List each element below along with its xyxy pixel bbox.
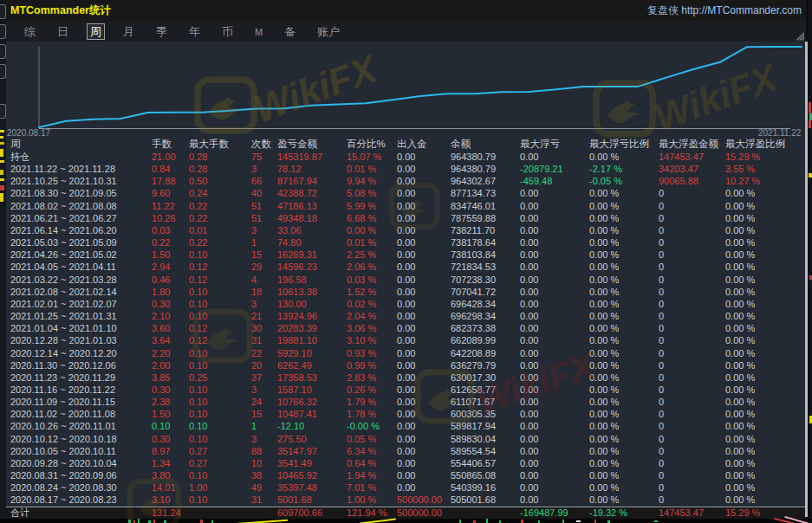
- table-cell: 0.00 %: [589, 334, 659, 346]
- vertical-scrollbar[interactable]: [805, 42, 808, 517]
- menu-item-年[interactable]: 年: [185, 23, 204, 40]
- table-cell: 10613.38: [277, 286, 347, 298]
- table-row[interactable]: 2021.04.05 ~ 2021.04.112.940.122914596.2…: [6, 261, 806, 273]
- table-cell: 0.00: [397, 163, 451, 175]
- table-cell: 3.55 %: [725, 163, 806, 175]
- table-cell: 3541.49: [277, 457, 347, 469]
- table-cell: 2020.11.23 ~ 2020.11.29: [10, 371, 152, 384]
- table-cell: 0.00 %: [725, 224, 806, 236]
- menu-item-季[interactable]: 季: [153, 23, 171, 40]
- table-row[interactable]: 2021.05.03 ~ 2021.05.090.220.22174.800.0…: [6, 236, 806, 249]
- table-row[interactable]: 2020.11.16 ~ 2020.11.220.300.1031587.100…: [6, 384, 806, 396]
- menu-item-周[interactable]: 周: [87, 23, 105, 40]
- table-row[interactable]: 2021.04.26 ~ 2021.05.021.500.101516269.3…: [6, 249, 806, 261]
- table-row[interactable]: 2020.11.23 ~ 2020.11.293.850.253717358.5…: [6, 371, 806, 384]
- table-row[interactable]: 持仓21.000.2875145319.8715.07 %0.00964380.…: [6, 151, 806, 163]
- menu-item-综[interactable]: 综: [21, 23, 39, 40]
- table-cell: 0.00 %: [589, 200, 659, 212]
- table-cell: 0.30: [152, 384, 189, 396]
- table-cell: 0.00: [520, 224, 589, 236]
- table-row[interactable]: 2020.12.14 ~ 2020.12.202.200.10225929.10…: [6, 347, 806, 359]
- table-row[interactable]: 2020.08.17 ~ 2020.08.233.100.10315001.68…: [6, 494, 806, 506]
- table-cell: 2021.04.26 ~ 2021.05.02: [10, 249, 152, 261]
- table-cell: 0.00 %: [725, 420, 806, 432]
- table-cell: 15: [251, 249, 277, 261]
- table-row[interactable]: 2020.10.26 ~ 2020.11.010.100.101-12.10-0…: [6, 420, 806, 432]
- column-header: 最大浮亏: [520, 138, 589, 151]
- equity-curve-chart: [6, 40, 806, 139]
- table-cell: 0.00 %: [725, 212, 806, 224]
- table-cell: 0: [659, 445, 725, 457]
- table-cell: 1: [251, 236, 277, 249]
- table-cell: 589830.04: [451, 433, 520, 445]
- table-row[interactable]: 2021.08.02 ~ 2021.08.0811.220.225147186.…: [6, 200, 806, 212]
- table-cell: 0.22: [189, 212, 251, 224]
- menu-item-日[interactable]: 日: [54, 23, 72, 40]
- table-cell: 1.50: [152, 249, 189, 261]
- title-bar[interactable]: MTCommander统计 复盘侠 http://MTCommander.com: [6, 0, 806, 21]
- table-cell: 1: [251, 420, 277, 432]
- table-row[interactable]: 2021.08.30 ~ 2021.09.059.600.244042388.7…: [6, 187, 806, 199]
- table-cell: 0.12: [189, 334, 251, 346]
- table-cell: 0.00: [397, 187, 451, 199]
- table-cell: 0.22: [189, 236, 251, 249]
- table-cell: 88: [251, 445, 277, 457]
- table-cell: 612658.77: [451, 384, 520, 396]
- menu-item-账户[interactable]: 账户: [314, 23, 343, 40]
- table-cell: 2020.10.05 ~ 2020.10.11: [10, 445, 152, 457]
- table-row[interactable]: 2020.12.28 ~ 2021.01.033.640.123119881.1…: [6, 334, 806, 346]
- table-cell: 145319.87: [277, 151, 347, 163]
- table-cell: 0.10: [189, 408, 251, 420]
- table-row[interactable]: 2021.01.04 ~ 2021.01.103.600.123020283.3…: [6, 322, 806, 334]
- table-cell: 20: [251, 359, 277, 371]
- table-cell: 0.00 %: [589, 236, 659, 249]
- table-cell: 14596.23: [277, 261, 347, 273]
- menu-item-月[interactable]: 月: [120, 23, 138, 40]
- background-app-left-edge: [0, 0, 6, 523]
- table-cell: 2021.03.22 ~ 2021.03.28: [10, 274, 152, 286]
- table-cell: 0.03: [152, 224, 189, 236]
- table-cell: 0.00 %: [725, 334, 806, 346]
- table-row[interactable]: 2021.11.22 ~ 2021.11.280.840.28378.120.0…: [6, 163, 806, 175]
- table-row[interactable]: 2020.09.28 ~ 2020.10.041.340.27103541.49…: [6, 457, 806, 469]
- table-cell: 0.50: [189, 175, 251, 187]
- table-row[interactable]: 2020.11.30 ~ 2020.12.062.000.10206262.49…: [6, 359, 806, 371]
- table-cell: -0.05 %: [589, 175, 659, 187]
- table-cell: 0.00 %: [589, 187, 659, 199]
- table-row[interactable]: 2021.02.08 ~ 2021.02.141.800.101810613.3…: [6, 286, 806, 298]
- table-row[interactable]: 2020.11.09 ~ 2020.11.152.380.102410766.3…: [6, 396, 806, 408]
- menu-item-备[interactable]: 备: [281, 23, 299, 40]
- background-fragment: [0, 178, 4, 181]
- table-cell: 2020.08.31 ~ 2020.09.06: [10, 469, 152, 481]
- table-cell: -169487.99: [520, 507, 589, 519]
- table-row[interactable]: 2021.02.01 ~ 2021.02.070.300.103130.000.…: [6, 298, 806, 310]
- menu-item-币[interactable]: 币: [218, 23, 237, 40]
- table-cell: 0.00: [397, 236, 451, 249]
- table-cell: [251, 507, 277, 519]
- menu-item-M[interactable]: M: [251, 24, 266, 41]
- table-cell: 147453.47: [659, 507, 725, 519]
- table-cell: 2020.11.30 ~ 2020.12.06: [10, 359, 152, 371]
- table-cell: 51: [251, 212, 277, 224]
- table-row[interactable]: 2020.10.12 ~ 2020.10.180.300.103275.500.…: [6, 433, 806, 445]
- table-cell: 0.10: [189, 286, 251, 298]
- table-row[interactable]: 2020.08.31 ~ 2020.09.063.800.103810465.9…: [6, 469, 806, 481]
- table-cell: 2020.12.28 ~ 2021.01.03: [10, 334, 152, 346]
- table-cell: 74.80: [277, 236, 347, 249]
- table-cell: 0.00: [397, 408, 451, 420]
- table-row[interactable]: 2021.01.25 ~ 2021.01.312.100.102113924.9…: [6, 310, 806, 322]
- table-cell: 0.10: [189, 420, 251, 432]
- table-row[interactable]: 2021.03.22 ~ 2021.03.280.460.124196.580.…: [6, 274, 806, 286]
- table-row[interactable]: 2021.06.14 ~ 2021.06.200.030.01333.060.0…: [6, 224, 806, 236]
- brand-url-link[interactable]: http://MTCommander.com: [681, 4, 802, 16]
- table-row[interactable]: 2021.10.25 ~ 2021.10.3117.880.506687167.…: [6, 175, 806, 187]
- table-cell: 1.52 %: [347, 286, 397, 298]
- table-cell: 0.00 %: [725, 187, 806, 199]
- table-row[interactable]: 2021.06.21 ~ 2021.06.2710.260.225149348.…: [6, 212, 806, 224]
- table-row[interactable]: 2020.10.05 ~ 2020.10.118.970.278835147.9…: [6, 445, 806, 457]
- table-row[interactable]: 2020.11.02 ~ 2020.11.081.500.101510487.4…: [6, 408, 806, 420]
- table-row[interactable]: 2020.08.24 ~ 2020.08.3014.011.004935397.…: [6, 481, 806, 494]
- table-cell: 0.10: [189, 494, 251, 506]
- table-cell: 196.58: [277, 274, 347, 286]
- brand-name: 复盘侠: [647, 4, 679, 16]
